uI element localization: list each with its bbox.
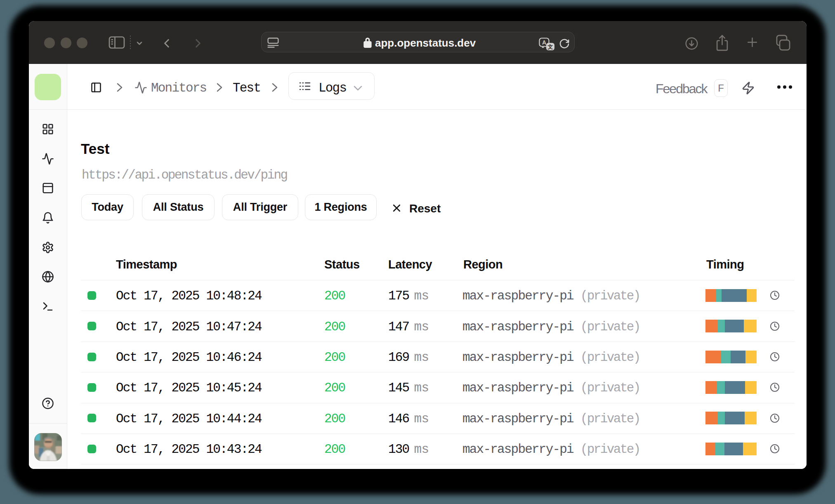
svg-text:A: A [542,39,546,46]
svg-text:文: 文 [547,44,553,50]
